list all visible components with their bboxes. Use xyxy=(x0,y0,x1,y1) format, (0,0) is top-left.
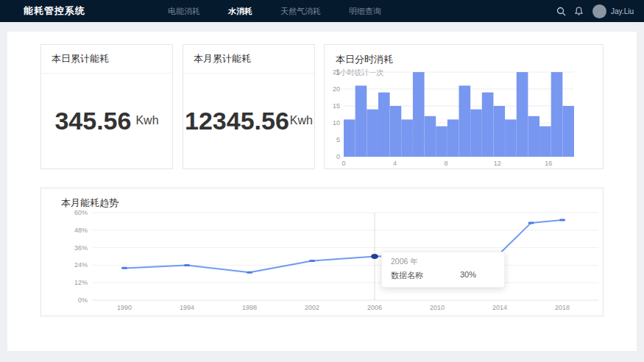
tooltip-series-name: 数据名称 xyxy=(391,270,423,281)
tooltip-value: 30% xyxy=(460,270,476,281)
svg-text:2014: 2014 xyxy=(492,304,507,311)
tooltip-year: 2006 年 xyxy=(391,257,495,267)
card-monthly-trend: 本月能耗趋势 0%12%24%36%48%60%1990199419982002… xyxy=(40,188,604,316)
svg-text:0: 0 xyxy=(336,153,340,160)
card-daily-total-title: 本日累计能耗 xyxy=(41,45,172,74)
navbar-right: Jay.Liu xyxy=(550,4,634,18)
svg-text:20: 20 xyxy=(333,85,340,93)
nav-item-detail-query[interactable]: 明细查询 xyxy=(349,0,381,22)
svg-text:8: 8 xyxy=(445,160,448,167)
svg-text:25: 25 xyxy=(333,68,340,76)
svg-text:12: 12 xyxy=(494,160,501,167)
card-hourly-consumption: 本日分时消耗 1小时统计一次 05101520250481216 xyxy=(324,44,604,169)
svg-text:15: 15 xyxy=(333,102,340,110)
bell-icon[interactable] xyxy=(572,4,585,18)
svg-text:36%: 36% xyxy=(74,244,88,252)
svg-text:48%: 48% xyxy=(74,227,88,234)
svg-text:4: 4 xyxy=(393,160,397,167)
svg-text:10: 10 xyxy=(333,119,340,127)
svg-text:24%: 24% xyxy=(74,261,88,269)
svg-text:1998: 1998 xyxy=(242,304,257,311)
svg-text:12%: 12% xyxy=(74,279,88,286)
monthly-total-value: 12345.56 xyxy=(185,107,289,135)
monthly-trend-line-chart[interactable]: 0%12%24%36%48%60%19901994199820022006201… xyxy=(52,207,601,317)
avatar[interactable] xyxy=(592,4,606,18)
nav-item-electricity[interactable]: 电能消耗 xyxy=(168,0,200,22)
nav-item-gas[interactable]: 天然气消耗 xyxy=(280,0,321,22)
svg-text:2006: 2006 xyxy=(367,304,382,311)
card-daily-total: 本日累计能耗 345.56 Kwh xyxy=(40,44,173,169)
svg-text:1994: 1994 xyxy=(180,304,194,311)
svg-text:2010: 2010 xyxy=(430,304,445,311)
svg-text:1990: 1990 xyxy=(117,304,132,311)
search-icon[interactable] xyxy=(554,4,567,18)
card-monthly-total-body: 12345.56 Kwh xyxy=(183,74,314,168)
hourly-chart-title: 本日分时消耗 xyxy=(325,45,603,66)
daily-total-unit: Kwh xyxy=(135,114,158,127)
svg-text:0%: 0% xyxy=(78,297,88,304)
card-monthly-total: 本月累计能耗 12345.56 Kwh xyxy=(183,44,315,169)
daily-total-value: 345.56 xyxy=(54,107,131,135)
svg-text:5: 5 xyxy=(336,136,340,143)
svg-text:60%: 60% xyxy=(74,209,88,216)
top-navbar: 能耗管控系统 电能消耗 水消耗 天然气消耗 明细查询 Jay.Liu xyxy=(0,0,644,22)
app-title: 能耗管控系统 xyxy=(24,4,85,18)
chart-tooltip: 2006 年 数据名称 30% xyxy=(381,252,505,288)
nav-item-water[interactable]: 水消耗 xyxy=(228,0,252,22)
svg-text:16: 16 xyxy=(545,160,552,167)
content-panel: 本日累计能耗 345.56 Kwh 本月累计能耗 12345.56 Kwh 本日… xyxy=(7,32,637,351)
card-daily-total-body: 345.56 Kwh xyxy=(41,74,172,168)
monthly-total-unit: Kwh xyxy=(290,114,313,127)
hourly-bar-chart[interactable]: 05101520250481216 xyxy=(328,68,601,168)
svg-text:0: 0 xyxy=(342,160,345,167)
user-name: Jay.Liu xyxy=(611,7,634,15)
card-monthly-total-title: 本月累计能耗 xyxy=(183,45,314,74)
svg-text:2002: 2002 xyxy=(305,304,319,311)
svg-text:2018: 2018 xyxy=(555,304,570,311)
main-nav: 电能消耗 水消耗 天然气消耗 明细查询 xyxy=(168,0,409,22)
